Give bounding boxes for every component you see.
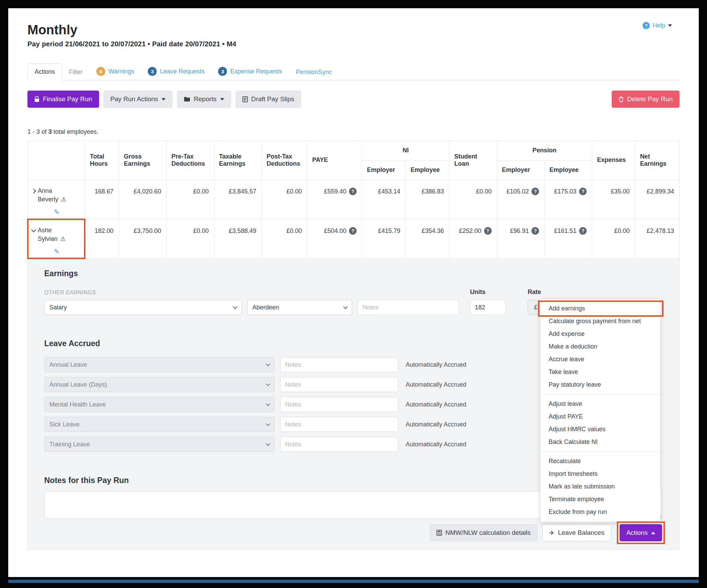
leave-balances-button[interactable]: ✈ Leave Balances bbox=[542, 524, 611, 541]
actions-button[interactable]: Actions bbox=[620, 524, 662, 541]
menu-item-make-a-deduction[interactable]: Make a deduction bbox=[540, 340, 660, 353]
cell-ni-employee: £386.83 bbox=[406, 180, 449, 219]
help-icon[interactable]: ? bbox=[531, 188, 539, 195]
pay-run-table: Total Hours Gross Earnings Pre-Tax Deduc… bbox=[27, 140, 680, 259]
payrun-toolbar: Finalise Pay Run Pay Run Actions Reports… bbox=[27, 91, 680, 108]
menu-item-add-earnings[interactable]: Add earnings bbox=[540, 302, 660, 315]
tab-warnings[interactable]: 8 Warnings bbox=[89, 62, 141, 80]
tab-filter[interactable]: Filter bbox=[62, 64, 89, 80]
help-icon[interactable]: ? bbox=[579, 227, 587, 235]
location-select[interactable]: Aberdeen bbox=[247, 300, 352, 315]
tab-expense-requests[interactable]: 3 Expense Requests bbox=[211, 62, 289, 80]
menu-item-exclude-from-pay-run[interactable]: Exclude from pay run bbox=[540, 506, 660, 518]
chevron-down-icon bbox=[161, 98, 166, 101]
col-header-gross-earnings: Gross Earnings bbox=[119, 141, 167, 180]
help-icon[interactable]: ? bbox=[484, 227, 492, 235]
tab-label: PensionSync bbox=[296, 69, 332, 76]
cell-ni-employee: £354.36 bbox=[406, 219, 449, 259]
tab-label: Filter bbox=[69, 69, 83, 76]
help-label: Help bbox=[652, 22, 665, 29]
employee-name-cell[interactable]: Ashe Sylvian ⚠ ✎ bbox=[28, 219, 85, 259]
units-label: Units bbox=[470, 289, 528, 296]
cell-pension-employee: £175.03? bbox=[544, 180, 592, 219]
tab-leave-requests[interactable]: 3 Leave Requests bbox=[141, 62, 211, 80]
leave-type-select[interactable]: Sick Leave bbox=[44, 417, 275, 432]
menu-item-calculate-gross-payment-from-net[interactable]: Calculate gross payment from net bbox=[540, 315, 660, 328]
cell-pension-employer: £96.91? bbox=[497, 219, 544, 259]
leave-notes-input[interactable] bbox=[280, 397, 398, 412]
menu-item-pay-statutory-leave[interactable]: Pay statutory leave bbox=[540, 378, 660, 391]
leave-notes-input[interactable] bbox=[280, 377, 398, 392]
edit-pencil-icon[interactable]: ✎ bbox=[54, 247, 60, 256]
leave-notes-input[interactable] bbox=[280, 437, 398, 452]
pay-run-actions-button[interactable]: Pay Run Actions bbox=[104, 91, 172, 108]
leave-notes-input[interactable] bbox=[280, 357, 398, 372]
menu-item-terminate-employee[interactable]: Terminate employee bbox=[540, 493, 660, 506]
col-header-ni-employer: Employer bbox=[362, 161, 406, 180]
chevron-right-icon[interactable] bbox=[31, 188, 36, 193]
nmw-calculation-details-button[interactable]: NMW/NLW calculation details bbox=[430, 524, 538, 541]
tab-label: Expense Requests bbox=[230, 68, 282, 75]
cell-net-earnings: £2,478.13 bbox=[635, 219, 679, 259]
units-input[interactable] bbox=[470, 300, 506, 315]
cell-ni-employer: £415.79 bbox=[362, 219, 406, 259]
help-icon[interactable]: ? bbox=[349, 227, 357, 235]
delete-pay-run-button[interactable]: Delete Pay Run bbox=[612, 91, 680, 108]
help-icon[interactable]: ? bbox=[579, 188, 587, 195]
help-icon[interactable]: ? bbox=[531, 227, 539, 235]
employee-name-cell[interactable]: Anna Beverly ⚠ ✎ bbox=[28, 180, 85, 219]
earning-type-select[interactable]: Salary bbox=[44, 300, 242, 315]
leave-type-select[interactable]: Mental Health Leave bbox=[44, 397, 275, 412]
tab-bar: Actions Filter 8 Warnings 3 Leave Reques… bbox=[27, 62, 680, 80]
menu-item-adjust-leave[interactable]: Adjust leave bbox=[540, 398, 660, 410]
actions-button-wrap: Actions Add earnings Calculate gross pay… bbox=[620, 524, 662, 541]
draft-pay-slips-button[interactable]: Draft Pay Slips bbox=[236, 91, 301, 108]
chevron-down-icon bbox=[266, 442, 270, 446]
employee-first-name: Anna bbox=[32, 187, 81, 195]
leave-type-select[interactable]: Annual Leave bbox=[44, 357, 275, 372]
menu-item-mark-as-late-submission[interactable]: Mark as late submission bbox=[540, 480, 660, 493]
folder-icon bbox=[184, 96, 190, 102]
leave-type-select[interactable]: Training Leave bbox=[44, 437, 275, 452]
finalise-pay-run-button[interactable]: Finalise Pay Run bbox=[27, 91, 99, 108]
col-header-pension-employee: Employee bbox=[544, 161, 592, 180]
menu-item-adjust-hmrc-values[interactable]: Adjust HMRC values bbox=[540, 423, 660, 436]
chevron-down-icon bbox=[343, 305, 348, 309]
tab-pensionsync[interactable]: PensionSync bbox=[289, 64, 339, 80]
menu-item-accrue-leave[interactable]: Accrue leave bbox=[540, 353, 660, 366]
help-icon[interactable]: ? bbox=[349, 188, 357, 195]
lock-icon bbox=[34, 96, 39, 102]
menu-item-back-calculate-ni[interactable]: Back Calculate NI bbox=[540, 436, 660, 448]
cell-post-tax-deductions: £0.00 bbox=[262, 219, 307, 259]
employee-row: Ashe Sylvian ⚠ ✎ 182.00 £3,750.00 £0.00 … bbox=[28, 219, 680, 259]
cell-expenses: £0.00 bbox=[592, 219, 635, 259]
earnings-heading: Earnings bbox=[44, 269, 662, 278]
cell-net-earnings: £2,899.34 bbox=[635, 180, 679, 219]
col-header-post-tax-deductions: Post-Tax Deductions bbox=[262, 141, 307, 180]
tab-label: Actions bbox=[35, 68, 55, 75]
cell-paye: £559.40? bbox=[307, 180, 362, 219]
leave-notes-input[interactable] bbox=[280, 417, 398, 432]
menu-item-take-leave[interactable]: Take leave bbox=[540, 366, 660, 378]
menu-item-recalculate[interactable]: Recalculate bbox=[540, 455, 660, 468]
edit-pencil-icon[interactable]: ✎ bbox=[54, 208, 60, 216]
menu-item-add-expense[interactable]: Add expense bbox=[540, 328, 660, 340]
payrun-page: ? Help Monthly Pay period 21/06/2021 to … bbox=[8, 8, 699, 577]
actions-dropdown-menu: Add earnings Calculate gross payment fro… bbox=[540, 298, 661, 522]
col-header-total-hours: Total Hours bbox=[85, 141, 119, 180]
cell-paye: £504.00? bbox=[307, 219, 362, 259]
tab-actions[interactable]: Actions bbox=[27, 63, 62, 80]
calculator-icon bbox=[436, 530, 442, 536]
reports-button[interactable]: Reports bbox=[177, 91, 231, 108]
earning-notes-input[interactable] bbox=[358, 300, 459, 315]
chevron-up-icon bbox=[651, 532, 655, 534]
col-group-ni: NI bbox=[362, 141, 450, 161]
menu-item-adjust-paye[interactable]: Adjust PAYE bbox=[540, 410, 660, 423]
help-menu[interactable]: ? Help bbox=[643, 22, 672, 29]
cell-ni-employer: £453.14 bbox=[362, 180, 406, 219]
menu-item-import-timesheets[interactable]: Import timesheets bbox=[540, 468, 660, 480]
bottom-bar bbox=[8, 580, 699, 583]
leave-type-select[interactable]: Annual Leave (Days) bbox=[44, 377, 275, 392]
cell-taxable-earnings: £3,588.49 bbox=[214, 219, 262, 259]
chevron-down-icon[interactable] bbox=[31, 227, 36, 232]
